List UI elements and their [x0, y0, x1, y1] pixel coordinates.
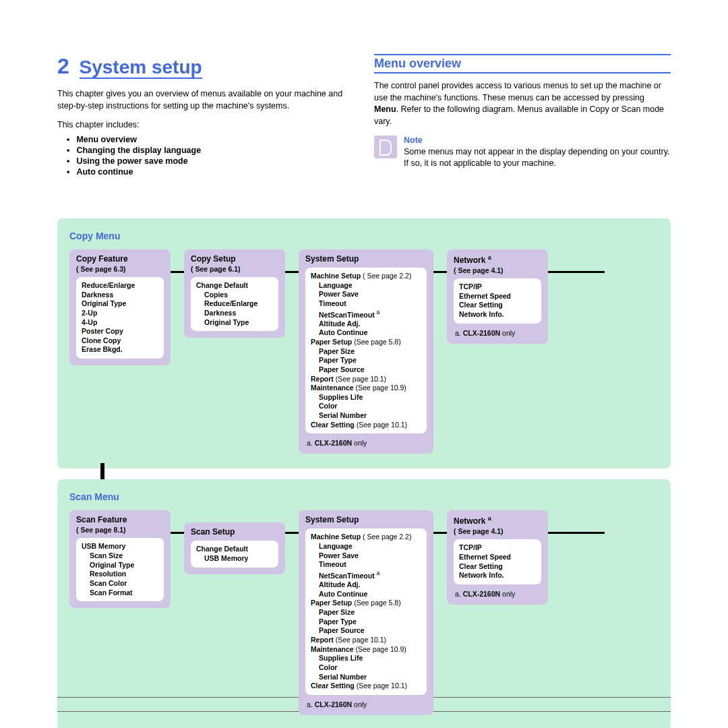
- toc-item[interactable]: Auto continue: [67, 167, 354, 177]
- scan-menu-panel: Scan Menu Scan Feature ( See page 8.1) U…: [57, 479, 671, 728]
- menu-diagram: Copy Menu Copy Feature ( See page 6.3) R…: [57, 218, 671, 728]
- footnote: a. CLX-2160N only: [455, 590, 541, 598]
- footnote: a. CLX-2160N only: [307, 439, 427, 447]
- copy-feature-card: Copy Feature ( See page 6.3) Reduce/Enla…: [69, 249, 171, 365]
- scan-menu-title: Scan Menu: [69, 491, 659, 502]
- chapter-title: System setup: [80, 57, 202, 79]
- chapter-number: 2: [57, 54, 69, 78]
- copy-menu-panel: Copy Menu Copy Feature ( See page 6.3) R…: [57, 218, 671, 468]
- note-text: Some menus may not appear in the display…: [404, 146, 671, 169]
- system-setup-card-scan: System Setup Machine Setup ( See page 2.…: [299, 510, 433, 715]
- section-title: Menu overview: [374, 54, 671, 73]
- toc-item[interactable]: Menu overview: [67, 135, 354, 144]
- network-card-copy: Network a ( See page 4.1) TCP/IP Etherne…: [447, 249, 548, 344]
- scan-feature-card: Scan Feature ( See page 8.1) USB Memory …: [69, 510, 171, 608]
- footnote: a. CLX-2160N only: [307, 700, 427, 708]
- toc-item[interactable]: Using the power save mode: [67, 156, 354, 166]
- note-icon: [374, 135, 397, 158]
- note-label: Note: [404, 135, 671, 145]
- toc-list: Menu overview Changing the display langu…: [57, 135, 354, 177]
- copy-menu-title: Copy Menu: [69, 231, 659, 241]
- section-text: The control panel provides access to var…: [374, 80, 671, 127]
- footnote: a. CLX-2160N only: [455, 329, 541, 337]
- copy-setup-card: Copy Setup ( See page 6.1) Change Defaul…: [184, 249, 285, 338]
- scan-setup-card: Scan Setup Change Default USB Memory: [184, 522, 285, 574]
- network-card-scan: Network a ( See page 4.1) TCP/IP Etherne…: [447, 510, 548, 605]
- chapter-includes-label: This chapter includes:: [57, 120, 354, 129]
- system-setup-card-copy: System Setup Machine Setup ( See page 2.…: [299, 249, 433, 454]
- toc-item[interactable]: Changing the display language: [67, 146, 354, 155]
- intro-text: This chapter gives you an overview of me…: [57, 88, 354, 112]
